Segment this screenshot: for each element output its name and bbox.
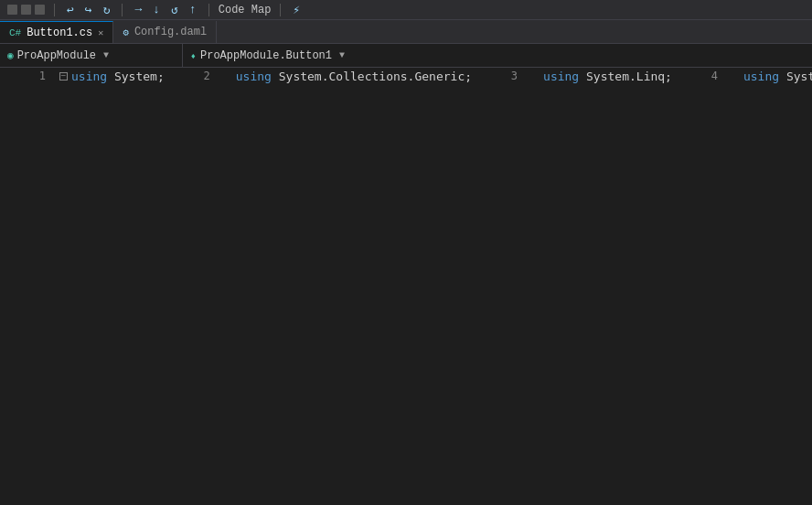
namespace-breadcrumb[interactable]: ◉ ProAppModule ▼ bbox=[0, 44, 183, 67]
line-number: 3 bbox=[490, 68, 525, 85]
code-text[interactable]: using System.Collections.Generic; bbox=[234, 68, 472, 85]
code-line-row: 2using System.Collections.Generic; bbox=[165, 68, 472, 85]
code-line-row: 4using System.Text; bbox=[672, 68, 812, 85]
member-text: ProAppModule.Button1 bbox=[200, 49, 332, 62]
nav-forward-icon[interactable]: ↺ bbox=[168, 3, 181, 17]
code-text[interactable]: using System.Linq; bbox=[541, 68, 672, 85]
tab-button1cs[interactable]: C# Button1.cs ✕ bbox=[0, 21, 113, 43]
tab-configdaml[interactable]: ⚙ Config.daml bbox=[113, 21, 217, 43]
tab-label-button1cs: Button1.cs bbox=[27, 27, 92, 39]
member-dropdown-icon[interactable]: ▼ bbox=[339, 50, 345, 60]
code-text[interactable]: using System.Text; bbox=[742, 68, 812, 85]
close-button[interactable] bbox=[35, 5, 45, 15]
cs-file-icon: C# bbox=[9, 27, 21, 38]
fold-minus-icon[interactable]: − bbox=[59, 72, 68, 81]
title-bar: ↩ ↪ ↻ → ↓ ↺ ↑ Code Map ⚡ bbox=[0, 0, 812, 20]
code-text[interactable]: using System; bbox=[69, 68, 165, 85]
nav-down-icon[interactable]: ↓ bbox=[150, 3, 163, 16]
member-icon: ⬧ bbox=[190, 50, 197, 61]
undo-icon[interactable]: ↩ bbox=[64, 3, 77, 17]
nav-up-icon[interactable]: ↑ bbox=[187, 3, 199, 16]
namespace-text: ProAppModule bbox=[17, 49, 96, 62]
member-breadcrumb[interactable]: ⬧ ProAppModule.Button1 ▼ bbox=[183, 44, 812, 67]
line-number: 1 bbox=[18, 68, 53, 85]
refresh-icon[interactable]: ↻ bbox=[101, 3, 113, 17]
redo-icon[interactable]: ↪ bbox=[82, 3, 95, 17]
tab-close-button1cs[interactable]: ✕ bbox=[98, 27, 103, 38]
config-file-icon: ⚙ bbox=[123, 27, 129, 38]
window-controls bbox=[7, 5, 45, 15]
tabs-bar: C# Button1.cs ✕ ⚙ Config.daml bbox=[0, 20, 812, 44]
minimize-button[interactable] bbox=[7, 5, 17, 15]
pin-icon[interactable]: ⚡ bbox=[290, 3, 303, 17]
line-number: 2 bbox=[183, 68, 218, 85]
separator2 bbox=[122, 4, 123, 16]
separator3 bbox=[208, 4, 209, 16]
nav-back-icon[interactable]: → bbox=[132, 3, 144, 16]
navigation-bar: ◉ ProAppModule ▼ ⬧ ProAppModule.Button1 … bbox=[0, 44, 812, 68]
code-line-row: 3using System.Linq; bbox=[472, 68, 672, 85]
namespace-dropdown-icon[interactable]: ▼ bbox=[103, 50, 109, 60]
editor-area: 1−using System;2using System.Collections… bbox=[0, 68, 812, 505]
tab-label-configdaml: Config.daml bbox=[134, 26, 207, 38]
separator bbox=[54, 4, 55, 16]
codemap-button[interactable]: Code Map bbox=[219, 4, 272, 16]
code-line-row: 1−using System; bbox=[0, 68, 165, 85]
line-number: 4 bbox=[690, 68, 725, 85]
separator4 bbox=[280, 4, 281, 16]
maximize-button[interactable] bbox=[21, 5, 31, 15]
namespace-icon: ◉ bbox=[7, 49, 14, 61]
